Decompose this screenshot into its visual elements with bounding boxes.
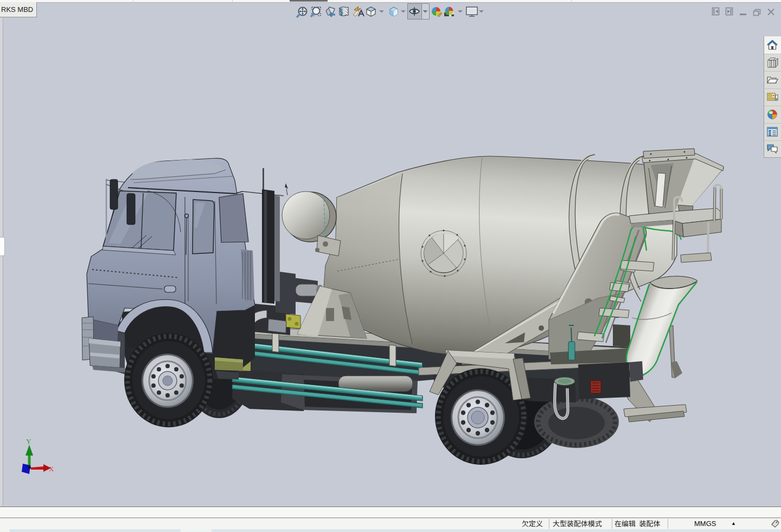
svg-text:Y: Y [26,437,31,445]
svg-text:X: X [49,465,54,473]
